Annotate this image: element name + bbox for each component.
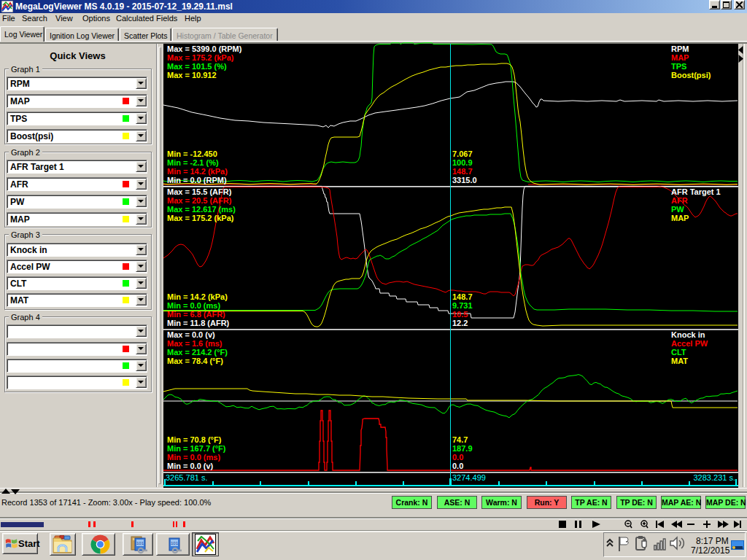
svg-text:74.7: 74.7 — [452, 435, 468, 444]
svg-text:Max = 15.5 (AFR): Max = 15.5 (AFR) — [167, 187, 232, 196]
svg-text:3315.0: 3315.0 — [452, 176, 477, 184]
svg-text:Min = 14.2 (kPa): Min = 14.2 (kPa) — [167, 167, 228, 176]
svg-text:MAP: MAP — [671, 214, 689, 222]
svg-text:148.7: 148.7 — [452, 167, 473, 176]
svg-text:Min = 0.0 (RPM): Min = 0.0 (RPM) — [167, 176, 227, 184]
svg-text:Max = 20.5 (AFR): Max = 20.5 (AFR) — [167, 196, 232, 205]
svg-text:Boost(psi): Boost(psi) — [671, 71, 711, 79]
svg-text:7.067: 7.067 — [452, 149, 473, 158]
svg-text:Max = 1.6 (ms): Max = 1.6 (ms) — [167, 339, 222, 348]
svg-text:Max = 12.617 (ms): Max = 12.617 (ms) — [167, 205, 236, 214]
svg-text:Accel PW: Accel PW — [671, 339, 708, 348]
svg-text:187.9: 187.9 — [452, 444, 473, 453]
svg-text:Min = 167.7 (°F): Min = 167.7 (°F) — [167, 444, 226, 453]
svg-text:101: 101 — [171, 541, 179, 545]
svg-text:Min = -2.1 (%): Min = -2.1 (%) — [167, 158, 219, 167]
svg-text:AFR: AFR — [671, 196, 688, 205]
svg-text:Min = 6.8 (AFR): Min = 6.8 (AFR) — [167, 310, 225, 319]
svg-text:Max = 10.912: Max = 10.912 — [167, 71, 217, 79]
svg-text:Min = 70.8 (°F): Min = 70.8 (°F) — [167, 435, 222, 444]
svg-text:12.2: 12.2 — [452, 319, 468, 327]
svg-text:Max = 101.5 (%): Max = 101.5 (%) — [167, 62, 227, 71]
svg-text:Max = 214.2 (°F): Max = 214.2 (°F) — [167, 348, 228, 357]
svg-text:Min = 14.2 (kPa): Min = 14.2 (kPa) — [167, 292, 228, 301]
svg-text:10.5: 10.5 — [452, 310, 468, 319]
svg-text:0.0: 0.0 — [452, 453, 463, 462]
svg-text:AFR Target 1: AFR Target 1 — [671, 187, 721, 196]
svg-text:Max = 175.2 (kPa): Max = 175.2 (kPa) — [167, 53, 234, 62]
svg-text:Min = 11.8 (AFR): Min = 11.8 (AFR) — [167, 319, 230, 327]
svg-text:MAP: MAP — [671, 53, 689, 62]
svg-text:9.731: 9.731 — [452, 301, 473, 310]
svg-text:CLT: CLT — [671, 348, 686, 357]
svg-text:Min = -12.450: Min = -12.450 — [167, 149, 217, 158]
svg-text:Min = 0.0 (ms): Min = 0.0 (ms) — [167, 453, 220, 462]
svg-text:0.0: 0.0 — [452, 462, 463, 470]
svg-text:RPM: RPM — [671, 44, 689, 53]
svg-text:Knock in: Knock in — [671, 330, 705, 339]
svg-text:Min = 0.0 (v): Min = 0.0 (v) — [167, 462, 214, 470]
svg-text:TPS: TPS — [671, 62, 686, 71]
svg-text:Max = 5399.0 (RPM): Max = 5399.0 (RPM) — [167, 44, 242, 53]
svg-text:PW: PW — [671, 205, 684, 214]
svg-text:Max = 175.2 (kPa): Max = 175.2 (kPa) — [167, 214, 234, 222]
svg-text:100.9: 100.9 — [452, 158, 473, 167]
svg-text:101: 101 — [136, 541, 144, 545]
svg-text:Max = 0.0 (v): Max = 0.0 (v) — [167, 330, 215, 339]
svg-text:3274.499: 3274.499 — [452, 473, 486, 482]
svg-text:Max = 78.4 (°F): Max = 78.4 (°F) — [167, 357, 223, 365]
svg-text:MAT: MAT — [671, 357, 688, 365]
svg-text:3265.781 s.: 3265.781 s. — [166, 473, 208, 482]
svg-text:Min = 0.0 (ms): Min = 0.0 (ms) — [167, 301, 220, 310]
svg-text:148.7: 148.7 — [452, 292, 473, 301]
svg-text:3283.231 s.: 3283.231 s. — [694, 473, 736, 482]
